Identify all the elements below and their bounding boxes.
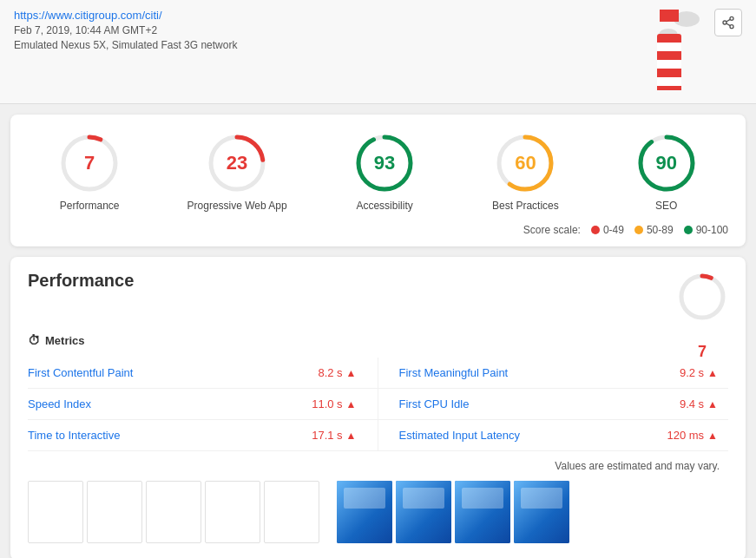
thumb-img-4 bbox=[514, 481, 569, 543]
date-meta: Feb 7, 2019, 10:44 AM GMT+2 bbox=[14, 24, 742, 36]
thumb-img-1 bbox=[337, 481, 392, 543]
score-label-pwa: Progressive Web App bbox=[187, 200, 287, 212]
svg-line-4 bbox=[726, 19, 731, 22]
score-label-performance: Performance bbox=[60, 200, 120, 212]
metric-value: 9.4 s ▲ bbox=[680, 397, 718, 410]
warning-icon: ▲ bbox=[346, 367, 357, 379]
score-scale-label: Score scale: bbox=[523, 224, 581, 236]
perf-header: Performance 7 bbox=[28, 271, 728, 323]
metric-value: 11.0 s ▲ bbox=[312, 397, 356, 410]
performance-section: Performance 7 ⏱ Metrics First Contentful… bbox=[10, 257, 746, 558]
circle-best-practices: 60 bbox=[494, 132, 556, 194]
metric-name[interactable]: Estimated Input Latency bbox=[399, 429, 520, 442]
perf-score-circle: 7 bbox=[676, 271, 728, 323]
lighthouse-illustration bbox=[634, 4, 704, 100]
scores-row: 7 Performance 23 Progressive Web App 93 … bbox=[19, 132, 737, 212]
thumb-empty-2 bbox=[87, 481, 142, 543]
metric-name[interactable]: First Meaningful Paint bbox=[399, 366, 509, 379]
thumb-empty-1 bbox=[28, 481, 83, 543]
score-label-seo: SEO bbox=[655, 200, 677, 212]
thumb-empty-4 bbox=[205, 481, 260, 543]
thumb-empty-3 bbox=[146, 481, 201, 543]
scale-item-orange: 50-89 bbox=[634, 224, 674, 236]
circle-seo: 90 bbox=[635, 132, 698, 194]
metrics-grid: First Contentful Paint 8.2 s ▲ First Mea… bbox=[28, 358, 728, 451]
svg-point-0 bbox=[730, 16, 733, 20]
stopwatch-icon: ⏱ bbox=[28, 333, 40, 347]
score-card: 7 Performance 23 Progressive Web App 93 … bbox=[10, 115, 746, 246]
score-label-best-practices: Best Practices bbox=[492, 200, 559, 212]
scale-range-red: 0-49 bbox=[603, 224, 624, 236]
score-item-accessibility: 93 Accessibility bbox=[341, 132, 428, 212]
svg-line-3 bbox=[726, 23, 731, 26]
top-bar: https://www.citigroup.com/citi/ Feb 7, 2… bbox=[0, 0, 756, 104]
thumb-img-3 bbox=[455, 481, 510, 543]
metric-value: 120 ms ▲ bbox=[667, 429, 718, 442]
warning-icon: ▲ bbox=[346, 430, 357, 442]
warning-icon: ▲ bbox=[707, 398, 718, 410]
metric-row: Speed Index 11.0 s ▲ bbox=[28, 389, 378, 420]
score-item-seo: 90 SEO bbox=[623, 132, 710, 212]
circle-performance: 7 bbox=[58, 132, 121, 194]
metric-row: First Contentful Paint 8.2 s ▲ bbox=[28, 358, 378, 389]
metric-value: 8.2 s ▲ bbox=[318, 366, 356, 379]
device-meta: Emulated Nexus 5X, Simulated Fast 3G net… bbox=[14, 39, 742, 51]
metric-row: First CPU Idle 9.4 s ▲ bbox=[378, 389, 729, 420]
warning-icon: ▲ bbox=[346, 398, 357, 410]
metric-name[interactable]: Speed Index bbox=[28, 397, 91, 410]
score-item-performance: 7 Performance bbox=[46, 132, 133, 212]
metrics-label: Metrics bbox=[45, 334, 85, 347]
scale-item-red: 0-49 bbox=[591, 224, 624, 236]
scale-range-orange: 50-89 bbox=[647, 224, 674, 236]
scale-range-green: 90-100 bbox=[696, 224, 728, 236]
score-scale: Score scale: 0-49 50-89 90-100 bbox=[19, 224, 737, 236]
metric-row: Time to Interactive 17.1 s ▲ bbox=[28, 420, 378, 451]
score-item-best-practices: 60 Best Practices bbox=[482, 132, 569, 212]
scale-dot-green bbox=[684, 226, 693, 234]
circle-pwa: 23 bbox=[206, 132, 268, 194]
metrics-header: ⏱ Metrics bbox=[28, 333, 728, 347]
thumbnails-empty bbox=[28, 477, 319, 547]
perf-title: Performance bbox=[28, 271, 134, 291]
thumb-img-2 bbox=[396, 481, 451, 543]
scale-item-green: 90-100 bbox=[684, 224, 728, 236]
thumbnails-filled bbox=[337, 477, 569, 547]
metric-name[interactable]: Time to Interactive bbox=[28, 429, 120, 442]
svg-point-2 bbox=[730, 25, 733, 29]
share-button[interactable] bbox=[714, 9, 742, 36]
metric-row: Estimated Input Latency 120 ms ▲ bbox=[378, 420, 729, 451]
warning-icon: ▲ bbox=[707, 430, 718, 442]
svg-point-15 bbox=[681, 276, 723, 318]
thumb-empty-5 bbox=[264, 481, 319, 543]
metric-value: 17.1 s ▲ bbox=[312, 429, 356, 442]
thumbnails-section bbox=[28, 477, 728, 547]
scale-dot-orange bbox=[634, 226, 643, 234]
metric-name[interactable]: First Contentful Paint bbox=[28, 366, 133, 379]
site-url[interactable]: https://www.citigroup.com/citi/ bbox=[14, 9, 162, 22]
svg-point-1 bbox=[723, 21, 726, 24]
score-label-accessibility: Accessibility bbox=[356, 200, 412, 212]
score-item-pwa: 23 Progressive Web App bbox=[187, 132, 287, 212]
metric-name[interactable]: First CPU Idle bbox=[399, 397, 470, 410]
scale-dot-red bbox=[591, 226, 600, 234]
values-note: Values are estimated and may vary. bbox=[28, 460, 728, 472]
circle-accessibility: 93 bbox=[353, 132, 416, 194]
